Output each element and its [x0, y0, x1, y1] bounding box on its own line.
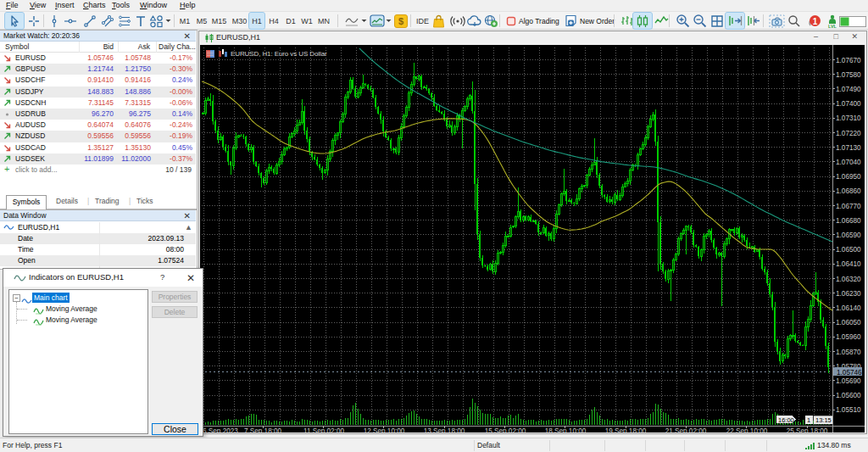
svg-text:1.07040: 1.07040 — [836, 159, 861, 166]
svg-text:13 Sep 18:00: 13 Sep 18:00 — [424, 427, 465, 432]
svg-text:1: 1 — [813, 16, 818, 25]
svg-text:1.06950: 1.06950 — [836, 173, 861, 181]
svg-text:1.06410: 1.06410 — [836, 260, 861, 268]
svg-text:7 Sep 18:00: 7 Sep 18:00 — [244, 427, 282, 432]
svg-text:13:15: 13:15 — [815, 416, 832, 424]
svg-text:1.07490: 1.07490 — [836, 86, 861, 93]
svg-text:1.07220: 1.07220 — [836, 130, 861, 137]
svg-text:1.06590: 1.06590 — [836, 232, 861, 239]
svg-text:1.05510: 1.05510 — [836, 406, 861, 414]
svg-text:25 Sep 18:00: 25 Sep 18:00 — [787, 427, 828, 432]
svg-text:1.06860: 1.06860 — [836, 187, 861, 195]
svg-text:1.06680: 1.06680 — [836, 217, 861, 225]
svg-text:1.05746: 1.05746 — [837, 369, 862, 377]
svg-text:12 Sep 10:00: 12 Sep 10:00 — [364, 427, 405, 432]
svg-text:EURUSD, H1: Euro vs US Dollar: EURUSD, H1: Euro vs US Dollar — [231, 50, 327, 58]
svg-text:1.06320: 1.06320 — [836, 276, 861, 283]
svg-text:1.07580: 1.07580 — [836, 71, 861, 79]
svg-text:1.05870: 1.05870 — [836, 349, 861, 356]
svg-text:1.05600: 1.05600 — [836, 392, 861, 399]
svg-text:1.06770: 1.06770 — [836, 203, 861, 210]
svg-text:15 Sep 02:00: 15 Sep 02:00 — [485, 427, 526, 432]
svg-text:1: 1 — [807, 416, 810, 424]
svg-text:$: $ — [398, 16, 403, 26]
svg-text:1.07130: 1.07130 — [836, 144, 861, 152]
svg-text:LVL: LVL — [828, 23, 837, 28]
svg-text:1.05960: 1.05960 — [836, 333, 861, 341]
svg-text:22 Sep 10:00: 22 Sep 10:00 — [726, 427, 768, 432]
svg-text:1.05690: 1.05690 — [836, 377, 861, 385]
svg-text:18 Sep 10:00: 18 Sep 10:00 — [545, 427, 587, 432]
svg-text:1.07400: 1.07400 — [836, 100, 861, 108]
svg-text:19 Sep 18:00: 19 Sep 18:00 — [605, 427, 647, 432]
svg-text:1.07310: 1.07310 — [836, 114, 861, 122]
svg-text:1.07670: 1.07670 — [836, 57, 861, 64]
svg-text:1.06230: 1.06230 — [836, 290, 861, 298]
svg-text:1.06140: 1.06140 — [836, 304, 861, 312]
svg-text:6 Sep 2023: 6 Sep 2023 — [203, 427, 238, 432]
svg-text:11 Sep 02:00: 11 Sep 02:00 — [303, 427, 345, 432]
svg-text:1.06500: 1.06500 — [836, 246, 861, 254]
svg-text:16:00: 16:00 — [778, 416, 794, 424]
svg-text:1.06050: 1.06050 — [836, 319, 861, 326]
svg-text:21 Sep 02:00: 21 Sep 02:00 — [665, 427, 707, 432]
